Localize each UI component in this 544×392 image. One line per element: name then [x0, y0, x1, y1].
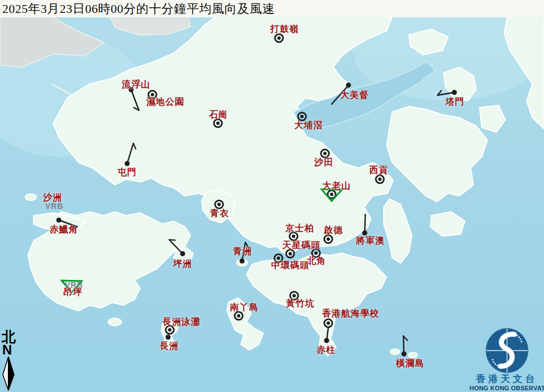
map-title: 2025年3月23日06時00分的十分鐘平均風向及風速: [2, 1, 275, 17]
station-赤柱: [324, 328, 329, 343]
station-黃竹坑: [290, 292, 298, 300]
station-北角: [312, 249, 320, 257]
logo-chinese-name: 香港天文台: [469, 374, 544, 385]
station-將軍澳: [362, 214, 368, 236]
station-橫瀾島: [402, 336, 408, 357]
wind-map-page: 打鼓嶺流浮山濕地公園石崗大美督塔門大埔滘沙田屯門西貢大老山沙洲VRB赤鱲角青衣京…: [0, 0, 544, 392]
station-啟德: [324, 235, 332, 243]
station-大埔滘: [298, 113, 306, 120]
title-bar: 2025年3月23日06時00分的十分鐘平均風向及風速: [0, 0, 544, 17]
station-香港航海學校: [324, 319, 332, 327]
station-大美督: [332, 83, 351, 105]
station-流浮山: [129, 87, 140, 111]
station-沙田: [321, 150, 329, 157]
station-長洲泳灘: [166, 326, 174, 334]
station-symbols-layer: [0, 0, 544, 392]
station-赤鱲角: [57, 218, 78, 229]
station-長洲: [166, 335, 171, 340]
compass-needle-icon: [1, 356, 16, 391]
station-天星碼頭: [286, 250, 294, 258]
hko-logo-icon: [485, 328, 529, 374]
station-濕地公園: [148, 91, 156, 99]
station-打鼓嶺: [275, 34, 283, 42]
station-昂坪: [62, 281, 82, 292]
station-南丫島: [235, 312, 243, 320]
logo-english-name: HONG KONG OBSERVATORY: [469, 385, 544, 391]
station-京士柏: [290, 232, 297, 240]
station-石崗: [214, 119, 222, 127]
compass-north-letter: N: [2, 344, 12, 356]
station-塔門: [438, 90, 457, 96]
station-大老山: [322, 189, 342, 201]
station-屯門: [125, 143, 136, 166]
north-compass: 北 N: [1, 330, 20, 391]
hko-logo: 香港天文台 HONG KONG OBSERVATORY: [469, 328, 544, 391]
station-青衣: [215, 200, 223, 208]
station-青洲: [240, 242, 249, 264]
station-中環碼頭: [275, 254, 282, 262]
station-坪洲: [169, 240, 185, 256]
station-西貢: [376, 175, 384, 183]
